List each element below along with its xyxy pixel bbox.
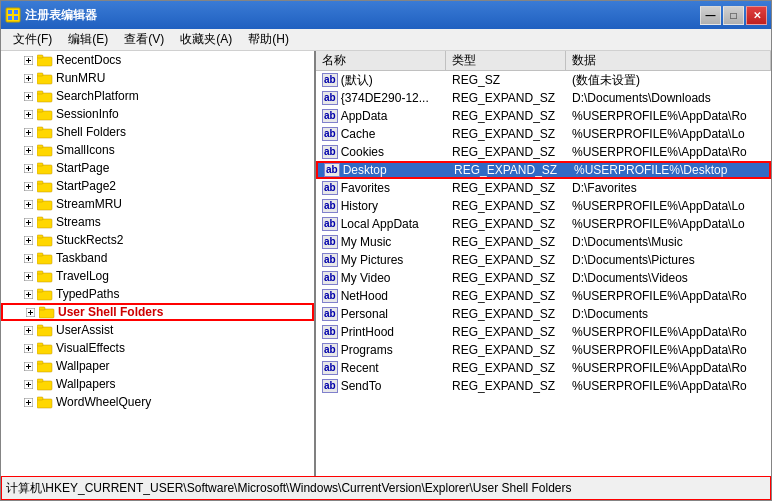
expand-icon[interactable]	[21, 179, 35, 193]
list-row[interactable]: abLocal AppDataREG_EXPAND_SZ%USERPROFILE…	[316, 215, 771, 233]
tree-item[interactable]: SearchPlatform	[1, 87, 314, 105]
tree-item[interactable]: User Shell Folders	[1, 303, 314, 321]
svg-rect-63	[37, 255, 52, 264]
expand-icon[interactable]	[21, 251, 35, 265]
app-icon	[5, 7, 21, 23]
expand-icon[interactable]	[21, 287, 35, 301]
tree-item[interactable]: StreamMRU	[1, 195, 314, 213]
svg-rect-88	[37, 345, 52, 354]
expand-icon[interactable]	[21, 89, 35, 103]
tree-item-label: User Shell Folders	[58, 305, 163, 319]
list-name-text: SendTo	[341, 379, 382, 393]
menu-help[interactable]: 帮助(H)	[240, 29, 297, 50]
tree-item[interactable]: SessionInfo	[1, 105, 314, 123]
list-row[interactable]: abSendToREG_EXPAND_SZ%USERPROFILE%\AppDa…	[316, 377, 771, 395]
list-row[interactable]: abDesktopREG_EXPAND_SZ%USERPROFILE%\Desk…	[316, 161, 771, 179]
menu-view[interactable]: 查看(V)	[116, 29, 172, 50]
expand-icon[interactable]	[21, 377, 35, 391]
list-row[interactable]: abMy VideoREG_EXPAND_SZD:\Documents\Vide…	[316, 269, 771, 287]
close-button[interactable]: ✕	[746, 6, 767, 25]
svg-rect-8	[37, 57, 52, 66]
list-row[interactable]: abPrintHoodREG_EXPAND_SZ%USERPROFILE%\Ap…	[316, 323, 771, 341]
menu-edit[interactable]: 编辑(E)	[60, 29, 116, 50]
tree-item[interactable]: StartPage2	[1, 177, 314, 195]
list-row[interactable]: abRecentREG_EXPAND_SZ%USERPROFILE%\AppDa…	[316, 359, 771, 377]
tree-item[interactable]: TypedPaths	[1, 285, 314, 303]
list-row[interactable]: abAppDataREG_EXPAND_SZ%USERPROFILE%\AppD…	[316, 107, 771, 125]
svg-rect-38	[37, 165, 52, 174]
expand-icon[interactable]	[21, 323, 35, 337]
svg-rect-78	[39, 309, 54, 318]
svg-rect-93	[37, 363, 52, 372]
tree-scroll[interactable]: RecentDocsRunMRUSearchPlatformSessionInf…	[1, 51, 314, 476]
expand-icon[interactable]	[23, 305, 37, 319]
tree-item[interactable]: RunMRU	[1, 69, 314, 87]
reg-string-icon: ab	[322, 325, 338, 339]
tree-item[interactable]: StuckRects2	[1, 231, 314, 249]
list-row[interactable]: abPersonalREG_EXPAND_SZD:\Documents	[316, 305, 771, 323]
menu-file[interactable]: 文件(F)	[5, 29, 60, 50]
col-header-data[interactable]: 数据	[566, 51, 771, 70]
expand-icon[interactable]	[21, 71, 35, 85]
col-header-type[interactable]: 类型	[446, 51, 566, 70]
tree-item-label: Streams	[56, 215, 101, 229]
list-cell-data: %USERPROFILE%\AppData\Lo	[566, 199, 771, 213]
expand-icon[interactable]	[21, 53, 35, 67]
list-row[interactable]: ab{374DE290-12...REG_EXPAND_SZD:\Documen…	[316, 89, 771, 107]
list-row[interactable]: abFavoritesREG_EXPAND_SZD:\Favorites	[316, 179, 771, 197]
svg-rect-39	[37, 163, 43, 166]
svg-rect-24	[37, 109, 43, 112]
expand-icon[interactable]	[21, 125, 35, 139]
tree-item[interactable]: RecentDocs	[1, 51, 314, 69]
svg-rect-84	[37, 325, 43, 328]
col-header-name[interactable]: 名称	[316, 51, 446, 70]
list-cell-data: %USERPROFILE%\AppData\Ro	[566, 361, 771, 375]
tree-item[interactable]: WordWheelQuery	[1, 393, 314, 411]
list-body[interactable]: ab(默认)REG_SZ(数值未设置)ab{374DE290-12...REG_…	[316, 71, 771, 476]
reg-string-icon: ab	[322, 361, 338, 375]
svg-rect-64	[37, 253, 43, 256]
maximize-button[interactable]: □	[723, 6, 744, 25]
list-cell-name: abNetHood	[316, 289, 446, 303]
tree-item[interactable]: Streams	[1, 213, 314, 231]
svg-rect-28	[37, 129, 52, 138]
expand-icon[interactable]	[21, 215, 35, 229]
expand-icon[interactable]	[21, 341, 35, 355]
tree-item[interactable]: StartPage	[1, 159, 314, 177]
list-row[interactable]: abMy MusicREG_EXPAND_SZD:\Documents\Musi…	[316, 233, 771, 251]
menu-favorites[interactable]: 收藏夹(A)	[172, 29, 240, 50]
list-row[interactable]: abNetHoodREG_EXPAND_SZ%USERPROFILE%\AppD…	[316, 287, 771, 305]
minimize-button[interactable]: —	[700, 6, 721, 25]
tree-item[interactable]: Shell Folders	[1, 123, 314, 141]
list-row[interactable]: ab(默认)REG_SZ(数值未设置)	[316, 71, 771, 89]
tree-item[interactable]: UserAssist	[1, 321, 314, 339]
list-row[interactable]: abMy PicturesREG_EXPAND_SZD:\Documents\P…	[316, 251, 771, 269]
folder-icon	[37, 53, 53, 67]
expand-icon[interactable]	[21, 161, 35, 175]
expand-icon[interactable]	[21, 233, 35, 247]
list-cell-data: %USERPROFILE%\Desktop	[568, 163, 769, 177]
list-row[interactable]: abCacheREG_EXPAND_SZ%USERPROFILE%\AppDat…	[316, 125, 771, 143]
list-cell-type: REG_EXPAND_SZ	[446, 361, 566, 375]
tree-item[interactable]: VisualEffects	[1, 339, 314, 357]
list-cell-type: REG_EXPAND_SZ	[446, 343, 566, 357]
expand-icon[interactable]	[21, 107, 35, 121]
tree-item[interactable]: SmallIcons	[1, 141, 314, 159]
expand-icon[interactable]	[21, 269, 35, 283]
list-row[interactable]: abCookiesREG_EXPAND_SZ%USERPROFILE%\AppD…	[316, 143, 771, 161]
tree-item[interactable]: TravelLog	[1, 267, 314, 285]
expand-icon[interactable]	[21, 197, 35, 211]
tree-item[interactable]: Wallpaper	[1, 357, 314, 375]
tree-item[interactable]: Taskband	[1, 249, 314, 267]
expand-icon[interactable]	[21, 143, 35, 157]
folder-icon	[39, 305, 55, 319]
menu-bar: 文件(F) 编辑(E) 查看(V) 收藏夹(A) 帮助(H)	[1, 29, 771, 51]
expand-icon[interactable]	[21, 395, 35, 409]
list-cell-data: D:\Documents	[566, 307, 771, 321]
expand-icon[interactable]	[21, 359, 35, 373]
list-row[interactable]: abProgramsREG_EXPAND_SZ%USERPROFILE%\App…	[316, 341, 771, 359]
list-cell-data: D:\Favorites	[566, 181, 771, 195]
tree-item[interactable]: Wallpapers	[1, 375, 314, 393]
list-row[interactable]: abHistoryREG_EXPAND_SZ%USERPROFILE%\AppD…	[316, 197, 771, 215]
list-cell-name: abHistory	[316, 199, 446, 213]
